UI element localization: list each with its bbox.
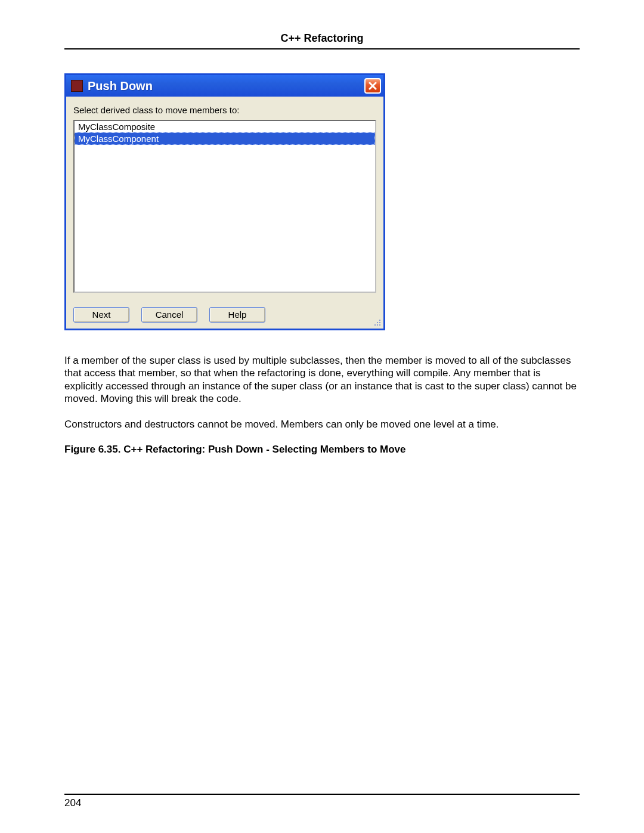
help-button[interactable]: Help bbox=[209, 307, 265, 323]
svg-rect-3 bbox=[374, 324, 376, 326]
dialog-instruction: Select derived class to move members to: bbox=[73, 105, 376, 115]
next-button[interactable]: Next bbox=[73, 307, 129, 323]
footer-rule bbox=[64, 794, 580, 795]
list-item[interactable]: MyClassComposite bbox=[75, 121, 375, 132]
body-paragraph-1: If a member of the super class is used b… bbox=[64, 354, 580, 405]
figure-caption: Figure 6.35. C++ Refactoring: Push Down … bbox=[64, 444, 580, 456]
page-number: 204 bbox=[64, 797, 580, 809]
document-page: C++ Refactoring Push Down Select derived… bbox=[0, 0, 644, 833]
svg-rect-4 bbox=[377, 324, 378, 326]
body-paragraph-2: Constructors and destructors cannot be m… bbox=[64, 418, 580, 431]
dialog-button-row: Next Cancel Help bbox=[66, 299, 383, 329]
svg-rect-1 bbox=[377, 322, 378, 323]
cancel-button[interactable]: Cancel bbox=[141, 307, 197, 323]
svg-rect-5 bbox=[379, 324, 380, 326]
list-item[interactable]: MyClassComponent bbox=[75, 132, 375, 145]
svg-rect-2 bbox=[379, 322, 380, 323]
app-icon bbox=[71, 80, 83, 92]
class-listbox[interactable]: MyClassComposite MyClassComponent bbox=[73, 120, 376, 293]
svg-rect-0 bbox=[379, 320, 380, 321]
dialog-title: Push Down bbox=[88, 79, 364, 93]
dialog-screenshot: Push Down Select derived class to move m… bbox=[64, 73, 385, 330]
resize-grip-icon[interactable] bbox=[372, 317, 382, 327]
dialog-titlebar[interactable]: Push Down bbox=[66, 75, 383, 97]
dialog-body: Select derived class to move members to:… bbox=[66, 97, 383, 299]
close-icon bbox=[369, 82, 377, 90]
page-header-title: C++ Refactoring bbox=[64, 32, 580, 48]
page-footer: 204 bbox=[64, 794, 580, 809]
close-button[interactable] bbox=[364, 78, 381, 94]
header-rule bbox=[64, 48, 580, 49]
push-down-dialog: Push Down Select derived class to move m… bbox=[64, 73, 385, 330]
